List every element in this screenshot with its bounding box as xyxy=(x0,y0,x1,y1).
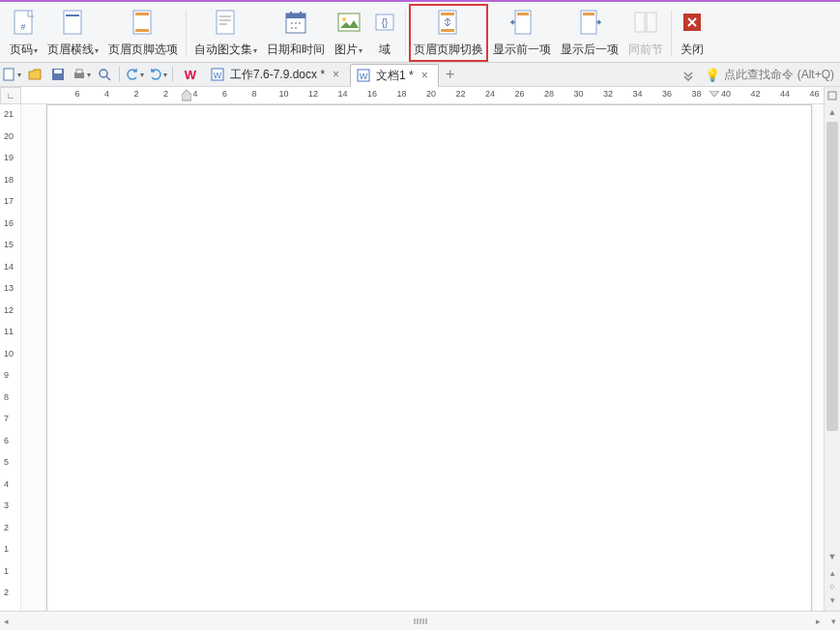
ruler-tick: 26 xyxy=(514,89,524,99)
undo-icon xyxy=(126,68,139,81)
show-prev-button[interactable]: 显示前一项 xyxy=(488,4,556,62)
ribbon-separator xyxy=(186,10,187,56)
ruler-tick: 22 xyxy=(455,89,465,99)
switch-header-footer-icon xyxy=(436,9,461,36)
header-footer-options-button[interactable]: 页眉页脚选项 xyxy=(103,4,183,62)
open-folder-icon xyxy=(28,68,42,81)
autotext-button[interactable]: 自动图文集▾ xyxy=(189,4,262,62)
scroll-down-arrow[interactable]: ▼ xyxy=(825,549,840,564)
ruler-tick: 10 xyxy=(4,349,14,358)
ruler-tick: 14 xyxy=(4,262,14,272)
ruler-tick: 38 xyxy=(691,89,701,99)
ruler-tick: 10 xyxy=(278,89,288,99)
document-tab-active[interactable]: W 文档1 * × xyxy=(350,64,439,87)
ruler-corner[interactable]: ∟ xyxy=(0,87,21,104)
indent-marker[interactable] xyxy=(182,87,191,103)
ruler-tick: 2 xyxy=(133,89,138,99)
qat-print-preview-button[interactable] xyxy=(94,64,115,85)
ruler-tick: 1 xyxy=(4,544,9,554)
side-panel-toggle[interactable] xyxy=(824,87,840,104)
qat-open-button[interactable] xyxy=(24,64,45,85)
picture-button[interactable]: 图片▾ xyxy=(330,4,367,62)
ruler-tick: 20 xyxy=(4,131,14,141)
svg-rect-32 xyxy=(647,13,656,32)
wps-logo[interactable]: W xyxy=(177,64,204,85)
qat-undo-button[interactable]: ▾ xyxy=(124,64,145,85)
svg-rect-2 xyxy=(64,11,81,34)
show-next-button[interactable]: 显示后一项 xyxy=(556,4,623,62)
page-number-icon: # xyxy=(12,9,37,36)
svg-line-40 xyxy=(106,76,110,80)
next-page-nav[interactable]: ▾ xyxy=(825,593,840,607)
ruler-tick: 44 xyxy=(780,89,790,99)
page-number-label: 页码 xyxy=(10,43,33,56)
ruler-tick: 1 xyxy=(4,566,9,576)
new-tab-button[interactable]: + xyxy=(439,66,462,83)
ruler-tick: 6 xyxy=(222,89,227,99)
ruler-tick: 13 xyxy=(4,283,14,293)
svg-point-19 xyxy=(295,27,297,29)
qat-separator xyxy=(119,67,120,82)
close-label: 关闭 xyxy=(681,42,704,58)
switch-header-footer-button[interactable]: 页眉页脚切换 xyxy=(409,4,488,62)
splitter-handle[interactable] xyxy=(401,617,440,625)
tab-label: 文档1 * xyxy=(376,68,414,84)
collapse-ribbon-icon[interactable] xyxy=(681,68,695,81)
ruler-tick: 18 xyxy=(4,175,14,185)
date-time-button[interactable]: 日期和时间 xyxy=(262,4,330,62)
ruler-tick: 42 xyxy=(750,89,760,99)
header-line-button[interactable]: 页眉横线▾ xyxy=(43,4,103,62)
svg-point-18 xyxy=(291,27,293,29)
svg-rect-6 xyxy=(135,29,149,32)
ruler-tick: 3 xyxy=(4,501,9,510)
print-icon xyxy=(72,68,86,81)
svg-point-39 xyxy=(100,70,107,77)
qat-save-button[interactable] xyxy=(47,64,69,85)
ruler-tick: 4 xyxy=(4,479,9,489)
svg-rect-47 xyxy=(828,92,836,100)
show-prev-label: 显示前一项 xyxy=(493,42,551,58)
panel-icon xyxy=(827,91,837,100)
tab-close-button[interactable]: × xyxy=(331,68,341,81)
status-menu-arrow[interactable]: ▾ xyxy=(831,616,836,626)
dropdown-arrow-icon: ▾ xyxy=(87,71,91,79)
svg-rect-34 xyxy=(4,69,14,80)
field-label: 域 xyxy=(379,42,391,58)
qat-redo-button[interactable]: ▾ xyxy=(147,64,168,85)
vertical-ruler[interactable]: 21201918171615141312111098765432112 xyxy=(0,104,21,611)
document-tab[interactable]: W 工作7.6-7.9.docx * × xyxy=(205,63,350,86)
show-next-icon xyxy=(577,9,602,36)
page-number-button[interactable]: # 页码▾ xyxy=(5,4,43,62)
ruler-tick: 4 xyxy=(192,89,197,99)
ruler-tick: 18 xyxy=(396,89,406,99)
ruler-tick: 12 xyxy=(4,305,14,315)
tab-close-button[interactable]: × xyxy=(420,69,430,82)
field-button[interactable]: {} 域 xyxy=(367,4,402,62)
same-section-button: 同前节 xyxy=(623,4,668,62)
qat-print-button[interactable]: ▾ xyxy=(71,64,92,85)
scrollbar-thumb[interactable] xyxy=(826,122,838,431)
right-indent-marker[interactable] xyxy=(710,87,719,103)
hscroll-left-arrow[interactable]: ◂ xyxy=(4,616,9,626)
scroll-up-arrow[interactable]: ▲ xyxy=(825,104,840,120)
qat-new-button[interactable]: ▾ xyxy=(1,64,22,85)
dropdown-arrow-icon: ▾ xyxy=(17,71,21,79)
ruler-tick: 28 xyxy=(544,89,554,99)
find-command-box[interactable]: 💡 点此查找命令 (Alt+Q) xyxy=(676,67,840,83)
svg-text:{}: {} xyxy=(382,17,389,28)
ruler-tick: 8 xyxy=(4,392,9,402)
dropdown-arrow-icon: ▾ xyxy=(140,71,144,79)
prev-page-nav[interactable]: ▴ xyxy=(825,566,840,580)
ruler-tick: 16 xyxy=(367,89,377,99)
close-button[interactable]: 关闭 xyxy=(675,4,710,62)
ribbon-toolbar: # 页码▾ 页眉横线▾ 页眉页脚选项 自动图文集▾ 日期和时间 图片▾ xyxy=(0,2,840,63)
select-browse-object[interactable]: ○ xyxy=(825,580,840,593)
horizontal-ruler[interactable]: 6422468101214161820222426283032343638404… xyxy=(58,87,824,103)
hscroll-right-arrow[interactable]: ▸ xyxy=(816,616,821,626)
vertical-scrollbar[interactable]: ▲ ▼ ▴ ○ ▾ xyxy=(824,104,840,611)
document-page[interactable]: 页脚 # 插入页码 ▾ xyxy=(46,104,812,611)
page-area[interactable]: 页脚 # 插入页码 ▾ xyxy=(21,104,840,611)
ribbon-separator xyxy=(671,10,672,56)
svg-text:W: W xyxy=(360,72,368,81)
new-file-icon xyxy=(3,68,16,81)
